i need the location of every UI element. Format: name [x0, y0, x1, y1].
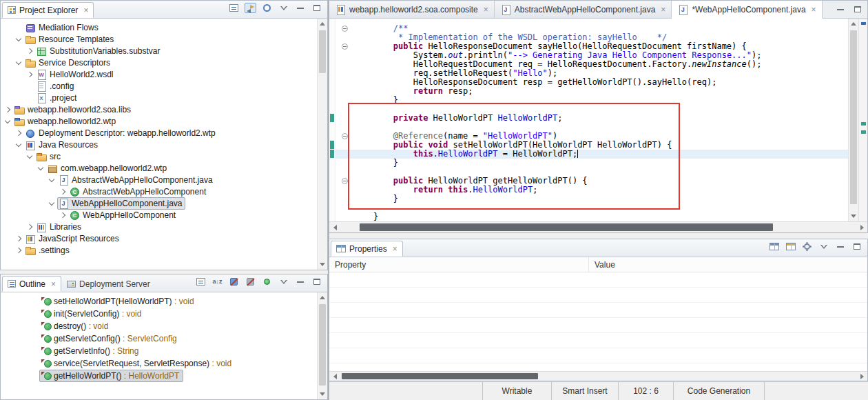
tree-item[interactable]: .project — [1, 92, 317, 103]
scroll-right-arrow[interactable] — [856, 222, 867, 232]
scroll-up-arrow[interactable] — [318, 292, 327, 303]
close-icon[interactable] — [484, 6, 488, 14]
scroll-up-arrow[interactable] — [318, 19, 327, 29]
code-line[interactable]: return this.HelloWorldPT; — [335, 186, 848, 194]
tree-chevron[interactable] — [46, 198, 57, 209]
overview-ruler[interactable] — [858, 19, 867, 221]
tree-item[interactable]: Java Resources — [1, 139, 317, 150]
code-editor[interactable]: /** * Implementation of the WSDL operati… — [329, 19, 867, 221]
scroll-track[interactable] — [318, 303, 327, 389]
scroll-down-arrow[interactable] — [849, 211, 858, 221]
tab-deployment-server[interactable]: Deployment Server — [61, 276, 156, 292]
tree-item[interactable]: .config — [1, 80, 317, 92]
tree-item[interactable]: Mediation Flows — [1, 21, 317, 33]
tree-chevron[interactable] — [24, 92, 35, 103]
code-line[interactable]: } — [335, 159, 848, 168]
scroll-left-arrow[interactable] — [329, 222, 340, 232]
properties-horizontal-scrollbar[interactable] — [329, 371, 867, 381]
tree-chevron[interactable] — [24, 81, 35, 92]
scroll-thumb[interactable] — [319, 304, 326, 386]
outline-item[interactable]: init(ServletConfig) : void — [39, 308, 145, 320]
outline-vertical-scrollbar[interactable] — [317, 292, 327, 399]
outline-item[interactable]: getServletConfig() : ServletConfig — [39, 332, 181, 345]
property-column-header[interactable]: Property — [329, 257, 589, 272]
link-with-editor-icon[interactable] — [245, 2, 256, 14]
focus-icon[interactable] — [261, 2, 273, 14]
code-line-current[interactable]: this.HelloWorldPT = HelloWorldPT; — [335, 150, 848, 159]
tree-item[interactable]: HelloWorld2.wsdl — [1, 68, 317, 80]
tree-item[interactable]: Deployment Descriptor: webapp.helloworld… — [1, 127, 317, 139]
property-row[interactable] — [329, 348, 867, 363]
scroll-thumb[interactable] — [342, 373, 538, 379]
close-icon[interactable] — [51, 280, 56, 288]
restore-default-icon[interactable] — [801, 241, 813, 252]
scroll-track[interactable] — [340, 222, 856, 232]
minimize-icon[interactable] — [834, 3, 846, 15]
tab-outline[interactable]: Outline — [2, 276, 61, 292]
show-categories-icon[interactable] — [768, 241, 780, 252]
maximize-icon[interactable] — [851, 3, 863, 15]
tree-chevron[interactable] — [24, 69, 35, 80]
view-menu-icon[interactable] — [278, 2, 289, 14]
fold-collapse-icon[interactable] — [342, 43, 348, 50]
tree-chevron[interactable] — [13, 57, 24, 68]
tab-composite-file[interactable]: webapp.helloworld2.soa.composite — [329, 1, 495, 18]
tree-item[interactable]: Resource Templates — [1, 33, 317, 45]
code-text[interactable]: /** * Implementation of the WSDL operati… — [335, 19, 848, 221]
tree-item-selected[interactable]: WebAppHelloComponent.java — [1, 197, 317, 209]
outline-item[interactable]: getServletInfo() : String — [39, 345, 143, 357]
close-icon[interactable] — [661, 6, 665, 14]
minimize-icon[interactable] — [294, 276, 306, 288]
maximize-icon[interactable] — [311, 2, 322, 14]
editor-vertical-scrollbar[interactable] — [848, 19, 858, 221]
show-advanced-icon[interactable] — [785, 241, 796, 252]
horizontal-sash[interactable] — [329, 233, 868, 239]
outline-item[interactable]: service(ServletRequest, ServletResponse)… — [39, 357, 236, 370]
tree-item[interactable]: JavaScript Resources — [1, 232, 317, 244]
code-line[interactable]: return resp; — [335, 87, 848, 96]
tree-chevron[interactable] — [46, 174, 57, 186]
scroll-thumb[interactable] — [360, 223, 773, 231]
tree-item[interactable]: com.webapp.helloworld2.wtp — [1, 162, 317, 174]
code-line[interactable]: private HelloWorldPT HelloWorldPT; — [335, 114, 848, 123]
property-row[interactable] — [329, 272, 867, 288]
scroll-track[interactable] — [340, 372, 856, 381]
scroll-left-arrow[interactable] — [329, 372, 340, 381]
tree-item[interactable]: AbstractWebAppHelloComponent.java — [1, 174, 317, 186]
tree-chevron[interactable] — [13, 245, 24, 256]
tree-chevron[interactable] — [35, 163, 46, 174]
property-row[interactable] — [329, 333, 867, 348]
collapse-all-icon[interactable] — [228, 2, 240, 14]
code-line[interactable] — [335, 203, 848, 212]
maximize-icon[interactable] — [851, 241, 862, 252]
scroll-track[interactable] — [318, 29, 327, 259]
maximize-icon[interactable] — [311, 276, 322, 288]
tree-chevron[interactable] — [13, 233, 24, 244]
close-icon[interactable] — [83, 6, 88, 14]
tree-item[interactable]: WebAppHelloComponent — [1, 209, 317, 221]
tree-item[interactable]: webapp.helloworld2.soa.libs — [1, 103, 317, 115]
property-row[interactable] — [329, 303, 867, 318]
scroll-down-arrow[interactable] — [318, 389, 327, 399]
code-line[interactable]: } — [335, 194, 848, 203]
value-column-header[interactable]: Value — [589, 257, 621, 272]
tree-item[interactable]: Libraries — [1, 221, 317, 232]
fold-collapse-icon[interactable] — [342, 178, 348, 184]
hide-static-icon[interactable] — [245, 276, 256, 288]
explorer-vertical-scrollbar[interactable] — [317, 19, 327, 270]
tree-chevron[interactable] — [2, 104, 13, 115]
sort-alphabetical-icon[interactable] — [211, 276, 223, 288]
view-menu-icon[interactable] — [278, 276, 289, 288]
tree-chevron[interactable] — [24, 46, 35, 57]
tree-item[interactable]: src — [1, 150, 317, 162]
scroll-right-arrow[interactable] — [856, 372, 867, 381]
fold-collapse-icon[interactable] — [342, 26, 348, 32]
hide-fields-icon[interactable] — [228, 276, 240, 288]
outline-item-selected[interactable]: getHelloWorldPT() : HelloWorldPT — [39, 370, 183, 382]
tree-chevron[interactable] — [13, 128, 24, 139]
annotation-ruler[interactable] — [329, 19, 335, 221]
tree-item[interactable]: AbstractWebAppHelloComponent — [1, 186, 317, 197]
property-row[interactable] — [329, 288, 867, 303]
tree-chevron[interactable] — [2, 116, 13, 127]
editor-horizontal-scrollbar[interactable] — [329, 221, 867, 232]
